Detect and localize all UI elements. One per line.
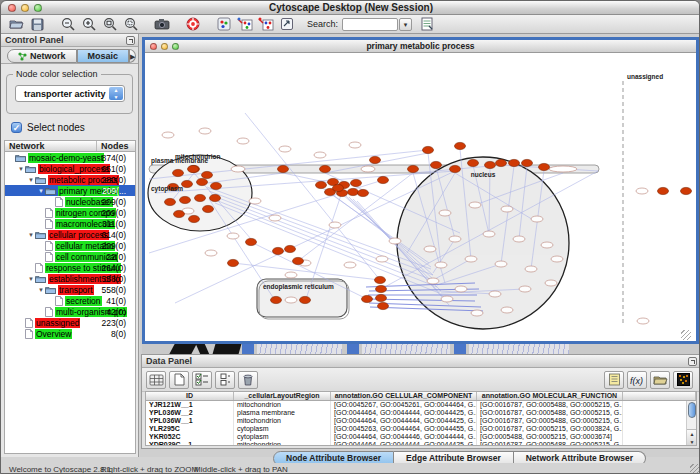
zoom-in-icon[interactable] <box>80 16 98 33</box>
tree-node-count: 614(0) <box>101 230 126 240</box>
node-small <box>637 318 649 324</box>
table-cell: YKR052C <box>146 433 234 441</box>
vizmapper-icon[interactable] <box>278 16 296 33</box>
tree-row-cell-communicat[interactable]: cell communicat22(0) <box>5 251 135 262</box>
tab-overflow-arrow[interactable]: ▶ <box>129 49 136 63</box>
table-row[interactable]: YDR039C__1mitochondrion[GO:0044464, GO:0… <box>146 441 696 446</box>
file-icon <box>25 329 33 339</box>
save-icon[interactable] <box>28 16 46 33</box>
tree-row-cellular-process[interactable]: ▼cellular process614(0) <box>5 229 135 240</box>
tree-row-mosaic-demo-yeast[interactable]: mosaic-demo-yeast874(0) <box>5 152 135 163</box>
table-cell: [GO:0044464, GO:0044444, GO:0044425, G..… <box>331 441 477 446</box>
window-resize-grip[interactable] <box>690 464 700 474</box>
search-input[interactable] <box>342 18 398 31</box>
select-attributes-icon[interactable] <box>146 371 166 389</box>
table-row[interactable]: YJR121W__1mitochondrion[GO:0045267, GO:0… <box>146 401 696 409</box>
tree-row-establishment-of-lo[interactable]: ▼establishment of lo558(0) <box>5 273 135 284</box>
tree-column-nodes[interactable]: Nodes <box>97 141 135 151</box>
network-resize-grip[interactable] <box>681 330 691 340</box>
column-header[interactable]: annotation.GO MOLECULAR_FUNCTION <box>477 392 623 400</box>
network-view-window[interactable]: primary metabolic process plasma membran… <box>142 37 699 344</box>
delete-attribute-icon[interactable] <box>238 371 258 389</box>
table-row[interactable]: YKR052Ccytoplasm[GO:0044464, GO:0044446,… <box>146 433 696 441</box>
merge-network-icon[interactable] <box>257 16 275 33</box>
node-selected-red <box>522 159 533 166</box>
search-label: Search: <box>307 19 338 29</box>
load-attributes-icon[interactable] <box>650 371 670 389</box>
select-nodes-checkbox[interactable]: ✓ <box>11 122 22 133</box>
tree-row-nucleobase-[interactable]: nucleobase-209(0) <box>5 196 135 207</box>
table-cell: [GO:0044464, GO:0044446, GO:0044444, G..… <box>331 433 477 441</box>
node-color-combobox[interactable]: transporter activity ▲▼ <box>15 85 125 102</box>
tree-row-nitrogen-compo[interactable]: nitrogen compo209(0) <box>5 207 135 218</box>
tree-node-count: 8(0) <box>111 329 126 339</box>
tree-label: Overview <box>35 329 72 339</box>
table-cell: [GO:0045267, GO:0045261, GO:0044464, G..… <box>331 401 477 409</box>
search-dropdown-button[interactable]: ▾ <box>399 18 412 31</box>
background-window-sliver[interactable] <box>142 344 699 354</box>
node-small <box>162 132 174 138</box>
tree-row-biological-process[interactable]: ▼biological_process651(0) <box>5 163 135 174</box>
network-window-titlebar[interactable]: primary metabolic process <box>145 40 696 53</box>
tree-expand-arrow[interactable]: ▼ <box>37 287 45 293</box>
import-table-button[interactable] <box>418 16 436 33</box>
table-row[interactable]: YPL036W__2plasma membrane[GO:0044464, GO… <box>146 409 696 417</box>
zoom-region-icon[interactable] <box>122 16 140 33</box>
formula-icon[interactable]: f(x) <box>627 371 647 389</box>
help-lifering-icon[interactable] <box>184 16 202 33</box>
tree-expand-arrow[interactable]: ▼ <box>17 166 25 172</box>
folder-icon <box>45 186 56 195</box>
tree-expand-arrow[interactable]: ▼ <box>27 276 35 282</box>
scrollbar-thumb[interactable] <box>688 402 696 418</box>
tree-row-cellular-metabo[interactable]: cellular metabo209(0) <box>5 240 135 251</box>
notes-icon[interactable] <box>604 371 624 389</box>
tree-expand-arrow[interactable]: ▼ <box>27 232 35 238</box>
tree-row-multi-organism-pro[interactable]: multi-organism pro42(0) <box>5 306 135 317</box>
attribute-boxes-icon[interactable] <box>215 371 235 389</box>
float-panel-icon[interactable] <box>126 36 135 45</box>
node-small <box>441 296 453 302</box>
tab-mosaic[interactable]: Mosaic <box>77 49 130 63</box>
node-selected-red <box>320 165 331 172</box>
node-selected-red <box>246 238 257 245</box>
tree-row-unassigned[interactable]: unassigned223(0) <box>5 317 135 328</box>
tree-expand-arrow[interactable]: ▼ <box>27 177 35 183</box>
layout-icon[interactable] <box>215 16 233 33</box>
tree-row-response-to-stimulu[interactable]: response to stimulu264(0) <box>5 262 135 273</box>
tree-row-overview[interactable]: Overview8(0) <box>5 328 135 339</box>
tab-network[interactable]: Network <box>7 49 77 63</box>
table-row[interactable]: YLR295Ccytoplasm[GO:0045263, GO:0044464,… <box>146 425 696 433</box>
scrollbar-arrows[interactable]: ▲▼ <box>687 429 697 445</box>
tree-row-secretion[interactable]: secretion41(0) <box>5 295 135 306</box>
snapshot-camera-icon[interactable] <box>153 16 171 33</box>
node-selected-red <box>509 159 520 166</box>
matrix-icon[interactable] <box>673 371 693 389</box>
tree-column-network[interactable]: Network <box>5 141 97 151</box>
tree-node-count: 209(0) <box>101 241 126 251</box>
zoom-fit-icon[interactable] <box>101 16 119 33</box>
tree-row-metabolic-process[interactable]: ▼metabolic process280(0) <box>5 174 135 185</box>
create-attribute-icon[interactable] <box>169 371 189 389</box>
tree-row-macromolecule[interactable]: macromolecule311(0) <box>5 218 135 229</box>
node-selected-red <box>485 161 496 168</box>
attribute-checklist-icon[interactable] <box>192 371 212 389</box>
copy-network-icon[interactable] <box>236 16 254 33</box>
network-canvas[interactable]: plasma membranecytoplasmmitochondrionnuc… <box>145 53 692 341</box>
tree-row-transport[interactable]: ▼transport558(0) <box>5 284 135 295</box>
column-header[interactable]: _cellularLayoutRegion <box>234 392 331 400</box>
table-scrollbar[interactable]: ▲▼ <box>686 401 696 445</box>
column-header[interactable]: ID <box>146 392 234 400</box>
table-row[interactable]: YPL036W__1mitochondrion[GO:0044464, GO:0… <box>146 417 696 425</box>
tree-node-count: 558(0) <box>101 285 126 295</box>
tree-label: transport <box>58 285 94 295</box>
folder-icon <box>25 164 36 173</box>
window-titlebar[interactable]: Cytoscape Desktop (New Session) <box>1 1 700 15</box>
float-data-panel-icon[interactable] <box>688 357 697 366</box>
node-small <box>231 166 245 172</box>
node-selected-red <box>189 215 200 222</box>
tree-row-primary-metabo[interactable]: ▼primary metabo209(... <box>5 185 135 196</box>
column-header[interactable]: annotation.GO CELLULAR_COMPONENT <box>331 392 477 400</box>
open-folder-icon[interactable] <box>7 16 25 33</box>
tree-expand-arrow[interactable]: ▼ <box>37 188 45 194</box>
zoom-out-icon[interactable] <box>59 16 77 33</box>
